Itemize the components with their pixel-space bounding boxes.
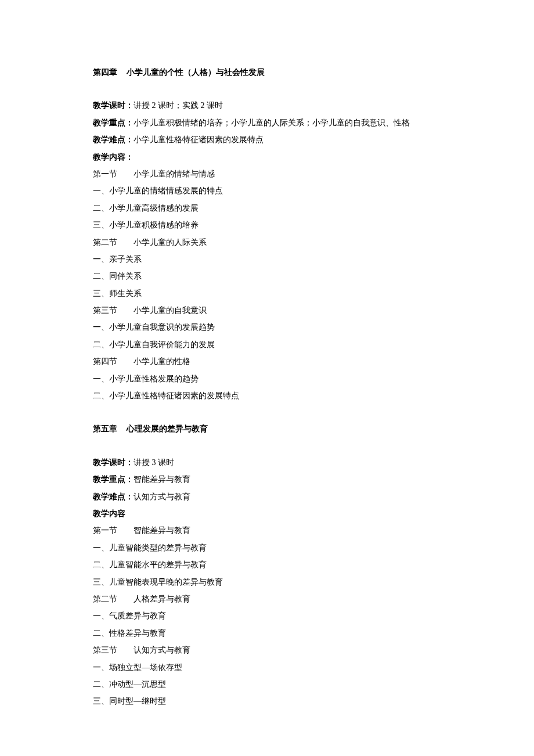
list-item: 二、同伴关系 bbox=[93, 268, 441, 285]
chapter4-hours: 教学课时：讲授 2 课时；实践 2 课时 bbox=[93, 97, 441, 114]
difficulty-value: 小学儿童性格特征诸因素的发展特点 bbox=[134, 135, 264, 144]
chapter5-title-text: 心理发展的差异与教育 bbox=[127, 424, 208, 433]
section-heading: 第三节小学儿童的自我意识 bbox=[93, 302, 441, 319]
section-heading: 第二节小学儿童的人际关系 bbox=[93, 234, 441, 251]
section-prefix: 第四节 bbox=[93, 357, 117, 366]
chapter5-difficulty: 教学难点：认知方式与教育 bbox=[93, 488, 441, 505]
chapter4-meta: 教学课时：讲授 2 课时；实践 2 课时 教学重点：小学儿童积极情绪的培养；小学… bbox=[93, 97, 441, 404]
hours-value: 讲授 3 课时 bbox=[134, 458, 174, 467]
list-item: 三、儿童智能表现早晚的差异与教育 bbox=[93, 574, 441, 591]
list-item: 二、性格差异与教育 bbox=[93, 625, 441, 642]
list-item: 一、小学儿童自我意识的发展趋势 bbox=[93, 319, 441, 336]
chapter4-prefix: 第四章 bbox=[93, 68, 117, 77]
difficulty-label: 教学难点： bbox=[93, 135, 134, 144]
section-prefix: 第一节 bbox=[93, 170, 117, 178]
list-item: 二、冲动型—沉思型 bbox=[93, 676, 441, 693]
section-title: 智能差异与教育 bbox=[134, 526, 190, 535]
section-title: 认知方式与教育 bbox=[134, 646, 190, 654]
focus-value: 小学儿童积极情绪的培养；小学儿童的人际关系；小学儿童的自我意识、性格 bbox=[134, 118, 410, 127]
chapter5-meta: 教学课时：讲授 3 课时 教学重点：智能差异与教育 教学难点：认知方式与教育 教… bbox=[93, 454, 441, 710]
section-heading: 第二节人格差异与教育 bbox=[93, 591, 441, 607]
section-heading: 第一节智能差异与教育 bbox=[93, 522, 441, 539]
chapter4-difficulty: 教学难点：小学儿童性格特征诸因素的发展特点 bbox=[93, 131, 441, 148]
chapter5-focus: 教学重点：智能差异与教育 bbox=[93, 471, 441, 488]
difficulty-value: 认知方式与教育 bbox=[134, 492, 190, 501]
hours-label: 教学课时： bbox=[93, 101, 134, 110]
difficulty-label: 教学难点： bbox=[93, 492, 134, 501]
chapter4-title-text: 小学儿童的个性（人格）与社会性发展 bbox=[127, 68, 265, 77]
list-item: 二、儿童智能水平的差异与教育 bbox=[93, 556, 441, 573]
section-heading: 第三节认知方式与教育 bbox=[93, 642, 441, 658]
focus-label: 教学重点： bbox=[93, 118, 134, 127]
section-prefix: 第三节 bbox=[93, 306, 117, 315]
list-item: 二、小学儿童高级情感的发展 bbox=[93, 200, 441, 217]
focus-value: 智能差异与教育 bbox=[134, 475, 190, 484]
focus-label: 教学重点： bbox=[93, 475, 134, 484]
list-item: 三、同时型—继时型 bbox=[93, 693, 441, 710]
section-heading: 第一节小学儿童的情绪与情感 bbox=[93, 165, 441, 182]
chapter4-focus: 教学重点：小学儿童积极情绪的培养；小学儿童的人际关系；小学儿童的自我意识、性格 bbox=[93, 114, 441, 131]
section-title: 人格差异与教育 bbox=[134, 595, 190, 603]
list-item: 二、小学儿童自我评价能力的发展 bbox=[93, 336, 441, 353]
section-title: 小学儿童的性格 bbox=[134, 357, 190, 366]
list-item: 一、气质差异与教育 bbox=[93, 607, 441, 624]
section-prefix: 第二节 bbox=[93, 595, 117, 603]
section-prefix: 第三节 bbox=[93, 646, 117, 654]
list-item: 三、小学儿童积极情感的培养 bbox=[93, 217, 441, 233]
chapter5-prefix: 第五章 bbox=[93, 424, 117, 433]
chapter4-title: 第四章小学儿童的个性（人格）与社会性发展 bbox=[93, 64, 441, 81]
list-item: 一、小学儿童的情绪情感发展的特点 bbox=[93, 182, 441, 199]
chapter5-title: 第五章心理发展的差异与教育 bbox=[93, 420, 441, 437]
chapter5-content-label: 教学内容 bbox=[93, 505, 441, 522]
section-prefix: 第一节 bbox=[93, 526, 117, 535]
chapter5-hours: 教学课时：讲授 3 课时 bbox=[93, 454, 441, 471]
section-prefix: 第二节 bbox=[93, 238, 117, 247]
list-item: 一、儿童智能类型的差异与教育 bbox=[93, 539, 441, 556]
list-item: 一、小学儿童性格发展的趋势 bbox=[93, 370, 441, 387]
section-heading: 第四节小学儿童的性格 bbox=[93, 353, 441, 370]
section-title: 小学儿童的情绪与情感 bbox=[134, 170, 215, 178]
section-title: 小学儿童的自我意识 bbox=[134, 306, 207, 315]
section-title: 小学儿童的人际关系 bbox=[134, 238, 207, 247]
list-item: 二、小学儿童性格特征诸因素的发展特点 bbox=[93, 387, 441, 404]
list-item: 三、师生关系 bbox=[93, 285, 441, 302]
hours-value: 讲授 2 课时；实践 2 课时 bbox=[134, 101, 223, 110]
chapter4-content-label: 教学内容： bbox=[93, 149, 441, 165]
list-item: 一、亲子关系 bbox=[93, 251, 441, 268]
hours-label: 教学课时： bbox=[93, 458, 134, 467]
list-item: 一、场独立型—场依存型 bbox=[93, 659, 441, 676]
